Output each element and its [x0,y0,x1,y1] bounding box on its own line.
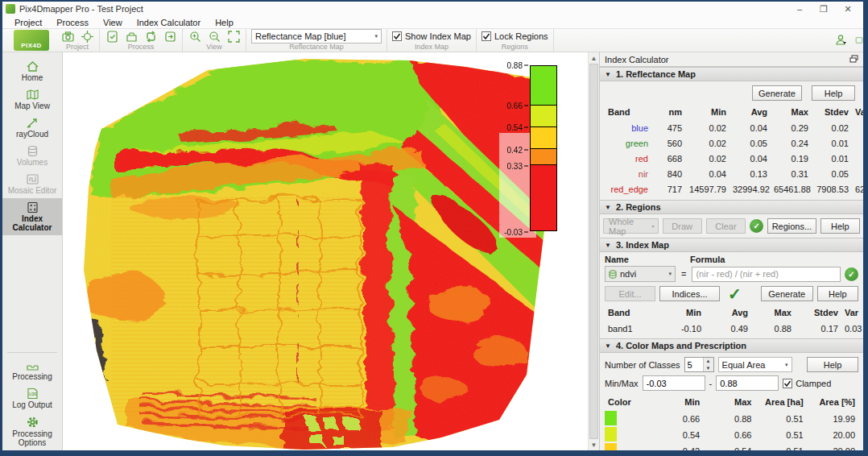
application-window: Pix4Dmapper Pro - Test Project – ❐ ✕ Pro… [2,2,863,450]
fit-view-icon[interactable] [226,29,241,44]
reprocess-icon[interactable] [143,29,158,44]
column-header: Color [605,394,651,411]
toolbar-group-reflectance-label: Reflectance Map [251,44,382,52]
restore-button[interactable]: ❐ [812,2,836,15]
band-avg: 0.04 [730,151,771,167]
camera-icon[interactable] [60,29,75,44]
zoom-in-icon[interactable] [188,29,202,44]
menu-item-process[interactable]: Process [49,18,96,27]
reflectance-generate-button[interactable]: Generate [752,85,802,101]
scroll-down-icon[interactable]: ▼ [589,439,599,450]
sidebar-item-processing[interactable]: Processing [2,356,62,384]
band-nm: 840 [651,167,685,182]
draw-button: Draw [663,218,702,234]
section-color-maps-header[interactable]: ▼ 4. Color Maps and Prescription [600,338,863,353]
regions-button[interactable]: Regions... [767,218,816,234]
band-stdev: 0.02 [812,121,852,136]
class-color-cell [605,427,651,443]
index-help-button[interactable]: Help [817,286,858,301]
column-header: Area [%] [807,394,858,411]
distribution-value: Equal Area [722,360,766,370]
distribution-dropdown[interactable]: Equal Area ▾ [718,357,792,372]
document-check-icon[interactable] [105,29,119,44]
menu-item-index-calculator[interactable]: Index Calculator [130,18,209,27]
band-min: 0.02 [685,151,730,167]
checkbox-icon [783,379,792,388]
sidebar-item-processing-options[interactable]: Processing Options [2,412,62,450]
spin-down-icon[interactable]: ▼ [704,365,713,372]
reflectance-help-button[interactable]: Help [812,85,855,101]
undock-panel-icon[interactable] [849,55,858,64]
column-header: Stdev [812,104,852,121]
class-area-ha: 0.51 [755,427,807,443]
class-max: 0.54 [703,443,754,450]
sidebar-item-raycloud[interactable]: rayCloud [2,114,62,142]
class-min: 0.66 [651,411,703,427]
section-index-map-header[interactable]: ▼ 3. Index Map [600,238,863,252]
toolbar-group-regions-label: Regions [482,44,548,52]
pix4d-logo[interactable]: PIX4D [14,30,49,51]
classes-value[interactable] [685,358,703,371]
toolbar-group-view: View [183,29,246,52]
raycloud-icon [26,117,39,129]
map-vertical-scrollbar[interactable]: ▲ ▼ [588,52,599,450]
index-band-name: band1 [605,321,655,337]
close-button[interactable]: ✕ [836,2,860,15]
min-input[interactable] [643,375,705,391]
scrollbar-thumb[interactable] [589,64,598,439]
class-area-pct: 20.00 [807,443,858,450]
classes-spinner[interactable]: ▲▼ [684,357,714,372]
column-header: Var [852,104,863,121]
title-bar: Pix4Dmapper Pro - Test Project – ❐ ✕ [2,2,863,16]
lock-regions-label: Lock Regions [494,31,548,41]
sidebar-item-home[interactable]: Home [2,57,62,85]
toolbar-group-indexmap-label: Index Map [392,44,471,52]
column-header: Var [841,305,862,321]
clamped-checkbox[interactable]: Clamped [783,379,831,388]
formula-ok-icon: ✓ [845,267,858,281]
minimize-button[interactable]: – [787,2,812,15]
section-regions-header[interactable]: ▼ 2. Regions [600,200,863,214]
colormap-help-button[interactable]: Help [807,357,858,372]
section-reflectance-map-header[interactable]: ▼ 1. Reflectance Map [600,67,863,81]
index-generate-button[interactable]: Generate [761,286,813,301]
index-avg: 0.49 [705,321,751,337]
spin-up-icon[interactable]: ▲ [704,358,713,365]
scale-tick-label: 0.66 [507,102,528,110]
toolbar-group-reflectance: Reflectance Map [blue] ▾ Reflectance Map [246,29,387,52]
sidebar-item-map-view[interactable]: Map View [2,85,62,114]
index-calculator-panel: Index Calculator ▼ 1. Reflectance Map Ge… [599,52,863,450]
regions-help-button[interactable]: Help [820,218,860,234]
number-of-classes-label: Number of Classes [605,360,680,370]
checkbox-icon [482,31,491,41]
show-index-map-label: Show Index Map [405,31,471,41]
column-header: Stdev [795,305,841,321]
reflectance-map-dropdown[interactable]: Reflectance Map [blue] ▾ [251,29,382,44]
valid-check-icon: ✓ [728,287,742,301]
index-name-dropdown[interactable]: ndvi ▾ [605,266,676,282]
reprocess-step-icon[interactable] [163,29,177,44]
scroll-up-icon[interactable]: ▲ [589,52,599,64]
user-account-icon[interactable] [834,33,849,48]
zoom-out-icon[interactable] [207,29,221,44]
band-stdev: 7908.53 [812,182,852,197]
reflectance-table-header: BandnmMinAvgMaxStdevVar [600,102,863,121]
show-index-map-checkbox[interactable]: Show Index Map [392,31,471,41]
menu-item-view[interactable]: View [96,18,130,27]
formula-input[interactable] [692,267,841,282]
panel-title-bar: Index Calculator [600,52,863,67]
gcp-target-icon[interactable] [80,29,94,44]
indices-button[interactable]: Indices... [659,286,720,301]
open-box-icon[interactable] [124,29,138,44]
collapse-triangle-icon: ▼ [605,71,611,78]
panel-icon[interactable] [855,33,863,48]
menu-item-help[interactable]: Help [208,18,241,27]
max-input[interactable] [716,375,779,391]
sidebar-item-index-calculator[interactable]: Index Calculator [2,198,62,235]
menu-item-project[interactable]: Project [7,18,49,27]
toolbar-group-project: Project [56,29,100,52]
sidebar-item-log-output[interactable]: LOG Log Output [2,384,62,412]
scale-segment [530,149,557,165]
lock-regions-checkbox[interactable]: Lock Regions [482,31,548,41]
map-viewport[interactable]: 0.880.660.540.420.33-0.03 ▲ ▼ [63,52,599,450]
